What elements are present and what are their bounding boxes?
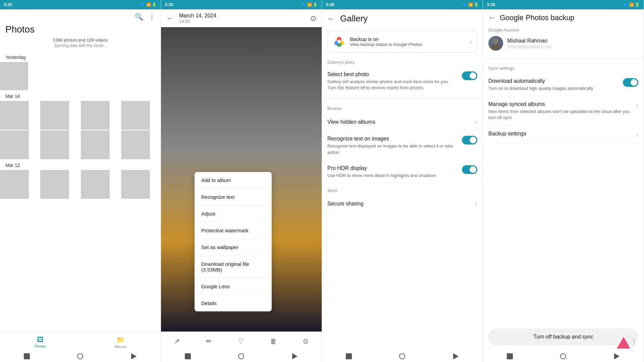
toggle-dot-auto <box>631 79 637 86</box>
menu-recognize-text[interactable]: Recognize text <box>195 189 272 205</box>
photo-thumb[interactable] <box>40 101 69 130</box>
pro-hdr-toggle[interactable] <box>462 165 477 174</box>
detail-header: ← March 14, 2024 19:50 ⊙ <box>161 9 322 27</box>
recents-btn-3[interactable] <box>453 353 459 359</box>
photo-thumb[interactable] <box>0 130 29 159</box>
download-auto-toggle[interactable] <box>623 78 638 87</box>
nav-photos[interactable]: 🖼 Photos <box>0 333 80 351</box>
turn-off-backup-btn[interactable]: Turn off backup and sync <box>488 328 638 345</box>
more-btn[interactable]: ⊙ <box>301 335 311 347</box>
pro-hdr-item[interactable]: Pro HDR display Use HDR to show more det… <box>322 161 483 184</box>
menu-download-original[interactable]: Download original file (3.53MB) <box>195 256 272 278</box>
favorite-btn[interactable]: ♡ <box>236 335 246 347</box>
user-name: Mishaal Rahman <box>507 38 552 44</box>
back-circle-btn-3[interactable] <box>399 353 405 359</box>
panel-backup: 5:26 🔷 📶 🔋 ← Google Photos backup Google… <box>483 0 644 362</box>
back-circle-btn[interactable] <box>77 353 83 359</box>
menu-add-to-album[interactable]: Add to album <box>195 172 272 189</box>
recognize-text-title: Recognize text on images <box>327 136 458 142</box>
delete-btn[interactable]: 🗑 <box>268 336 279 347</box>
home-btn-3[interactable] <box>346 353 352 359</box>
status-bar-4: 5:26 🔷 📶 🔋 <box>483 0 644 9</box>
avatar-image <box>488 36 503 51</box>
back-circle-btn-2[interactable] <box>238 353 244 359</box>
backup-settings-chevron-icon: › <box>636 131 638 138</box>
download-auto-setting[interactable]: Download automatically Turn on to downlo… <box>483 73 644 97</box>
menu-details[interactable]: Details <box>195 295 272 311</box>
home-btn-2[interactable] <box>185 353 191 359</box>
menu-google-lens[interactable]: Google Lens <box>195 278 272 295</box>
view-hidden-albums-item[interactable]: View hidden albums › <box>322 113 483 131</box>
nav-albums[interactable]: 📁 Albums <box>80 333 161 351</box>
more-options-icon[interactable]: ⋮ <box>149 13 155 21</box>
manage-synced-setting[interactable]: Manage synced albums New items from sele… <box>483 97 644 126</box>
browse-label: Browse <box>322 102 483 113</box>
send-label: Send <box>322 184 483 195</box>
sync-settings-label: Sync settings <box>483 62 644 73</box>
recognize-text-item[interactable]: Recognize text on images Recognize text … <box>322 131 483 160</box>
photo-count: 1366 photos and 109 videos <box>0 38 161 43</box>
photo-main[interactable]: Add to album Recognize text Adjust Prote… <box>161 27 322 331</box>
backup-info: Backup is on View backup status in Googl… <box>350 36 470 47</box>
action-bar: ↗ ✏ ♡ 🗑 ⊙ <box>161 331 322 351</box>
section-yesterday: Yesterday <box>0 52 161 62</box>
item-info: Select best photo Gallery will analyze s… <box>327 71 458 91</box>
photo-thumb[interactable] <box>121 101 150 130</box>
nav-photos-label: Photos <box>35 344 46 348</box>
recognize-text-desc: Recognize text displayed on images to be… <box>327 143 458 155</box>
photo-thumb[interactable] <box>81 130 110 159</box>
logo-chevron-icon: 〉 <box>632 337 640 349</box>
photo-thumb[interactable] <box>81 170 110 199</box>
menu-protective-watermark[interactable]: Protective watermark <box>195 222 272 239</box>
photo-thumb[interactable] <box>121 170 150 199</box>
status-icons-3: 🔷 📶 🔋 <box>463 3 479 7</box>
photo-thumb[interactable] <box>0 101 29 130</box>
status-icons-4: 🔷 📶 🔋 <box>624 3 640 7</box>
photos-nav-icon: 🖼 <box>37 336 44 344</box>
toggle-dot-3 <box>470 166 476 173</box>
share-btn[interactable]: ↗ <box>172 335 182 347</box>
toggle-dot-2 <box>470 137 476 143</box>
manage-synced-info: Manage synced albums New items from sele… <box>488 101 634 121</box>
backup-back-btn[interactable]: ← <box>488 13 496 22</box>
gallerys-picks-label: Gallery's picks <box>322 55 483 67</box>
system-nav-1 <box>0 351 161 362</box>
back-circle-btn-4[interactable] <box>560 353 566 359</box>
photo-thumb-large[interactable] <box>0 62 28 90</box>
menu-adjust[interactable]: Adjust <box>195 205 272 222</box>
photo-time: 19:50 <box>179 19 305 24</box>
panel-detail: 5:26 🔷 📶 🔋 ← March 14, 2024 19:50 ⊙ Add … <box>161 0 322 362</box>
photo-thumb[interactable] <box>40 170 69 199</box>
edit-btn[interactable]: ✏ <box>204 335 214 347</box>
photo-thumb[interactable] <box>121 130 150 159</box>
recognize-text-info: Recognize text on images Recognize text … <box>327 136 458 155</box>
status-time-1: 5:25 <box>4 2 12 7</box>
top-bar-photos: 🔍 ⋮ <box>0 9 161 24</box>
photo-thumb[interactable] <box>81 101 110 130</box>
status-time-4: 5:26 <box>487 2 495 7</box>
gallery-back-btn[interactable]: ← <box>327 14 335 23</box>
scan-icon[interactable]: ⊙ <box>310 14 316 23</box>
backup-settings-setting[interactable]: Backup settings › <box>483 126 644 143</box>
select-best-photo-item[interactable]: Select best photo Gallery will analyze s… <box>322 67 483 96</box>
recents-btn-4[interactable] <box>614 353 620 359</box>
back-button[interactable]: ← <box>166 14 174 23</box>
backup-card[interactable]: Backup is on View backup status in Googl… <box>327 31 477 53</box>
svg-point-4 <box>337 40 341 43</box>
search-icon[interactable]: 🔍 <box>135 13 143 21</box>
backup-header: ← Google Photos backup <box>483 9 644 25</box>
recents-btn[interactable] <box>131 353 137 359</box>
secure-sharing-item[interactable]: Secure sharing › <box>322 195 483 213</box>
backup-title: Backup is on <box>350 36 470 42</box>
select-best-photo-toggle[interactable] <box>462 71 477 80</box>
menu-set-as-wallpaper[interactable]: Set as wallpaper <box>195 239 272 256</box>
photo-thumb[interactable] <box>0 170 29 199</box>
status-bar-3: 5:26 🔷 📶 🔋 <box>322 0 483 9</box>
page-title: Photos <box>0 24 161 38</box>
home-btn[interactable] <box>24 353 30 359</box>
pro-hdr-info: Pro HDR display Use HDR to show more det… <box>327 165 458 179</box>
recognize-text-toggle[interactable] <box>462 136 477 144</box>
home-btn-4[interactable] <box>507 353 513 359</box>
recents-btn-2[interactable] <box>292 353 298 359</box>
photo-thumb[interactable] <box>40 130 69 159</box>
